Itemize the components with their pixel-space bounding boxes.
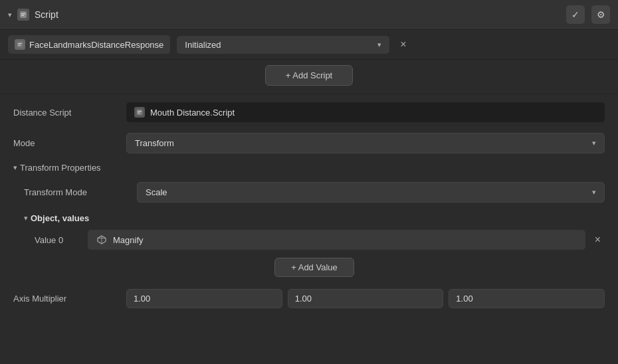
- cube-icon-svg: [96, 234, 107, 245]
- object-values-section: ▾ Object, values Value 0 Magnify: [0, 208, 618, 284]
- transform-mode-value-container: Scale ▾: [137, 182, 605, 203]
- svg-rect-0: [20, 11, 27, 18]
- distance-script-label: Distance Script: [13, 108, 126, 118]
- add-script-row: + Add Script: [0, 60, 618, 94]
- value-0-input-box[interactable]: Magnify: [88, 230, 585, 250]
- value-0-close-button[interactable]: ×: [591, 232, 605, 247]
- panel-header: ▾ Script ✓ ⚙: [0, 0, 618, 30]
- axis-x-input[interactable]: [126, 289, 282, 308]
- axis-inputs-container: [126, 289, 605, 308]
- script-badge-icon-svg: [17, 41, 23, 48]
- svg-rect-1: [21, 13, 25, 15]
- transform-properties-title: Transform Properties: [20, 163, 101, 173]
- axis-multiplier-row: Axis Multiplier: [0, 284, 618, 314]
- script-row: FaceLandmarksDistanceResponse Initialize…: [0, 30, 618, 60]
- mode-value-container: Transform ▾: [126, 133, 605, 153]
- axis-y-input[interactable]: [288, 289, 444, 308]
- script-small-icon: [15, 39, 25, 50]
- transform-mode-value-text: Scale: [146, 187, 592, 197]
- object-values-title: Object, values: [31, 213, 89, 223]
- distance-script-value-container: Mouth Distance.Script: [126, 102, 605, 122]
- distance-script-value-text: Mouth Distance.Script: [150, 108, 235, 118]
- script-close-button[interactable]: ×: [396, 37, 410, 52]
- script-panel: ▾ Script ✓ ⚙: [0, 0, 618, 316]
- distance-script-value-box[interactable]: Mouth Distance.Script: [126, 102, 605, 122]
- status-chevron-icon: ▾: [377, 41, 381, 49]
- svg-rect-6: [137, 110, 143, 116]
- svg-rect-8: [138, 113, 140, 114]
- distance-script-icon-svg: [136, 109, 143, 116]
- transform-properties-collapse-icon[interactable]: ▾: [13, 163, 17, 172]
- distance-script-value-icon: [134, 107, 145, 118]
- script-icon-svg: [19, 11, 27, 19]
- svg-rect-7: [138, 111, 142, 112]
- mode-chevron-icon: ▾: [592, 139, 596, 147]
- script-header-icon: [17, 9, 29, 21]
- object-values-header: ▾ Object, values: [24, 211, 605, 226]
- mode-value-text: Transform: [135, 138, 592, 148]
- svg-rect-3: [17, 42, 23, 48]
- check-button[interactable]: ✓: [566, 5, 585, 24]
- axis-multiplier-label: Axis Multiplier: [13, 294, 126, 304]
- status-dropdown[interactable]: Initialized ▾: [177, 36, 389, 54]
- add-value-row: + Add Value: [24, 254, 605, 281]
- add-value-button[interactable]: + Add Value: [274, 258, 354, 277]
- transform-mode-chevron-icon: ▾: [592, 188, 596, 197]
- axis-z-input[interactable]: [449, 289, 605, 308]
- mode-row: Mode Transform ▾: [0, 128, 618, 159]
- collapse-icon[interactable]: ▾: [8, 11, 12, 19]
- properties-section: Distance Script Mouth Distance.Script Mo…: [0, 94, 618, 316]
- gear-icon: ⚙: [597, 9, 605, 20]
- object-values-collapse-icon[interactable]: ▾: [24, 214, 28, 223]
- svg-rect-5: [18, 45, 21, 46]
- mode-dropdown[interactable]: Transform ▾: [126, 133, 605, 153]
- script-name-text: FaceLandmarksDistanceResponse: [29, 40, 163, 50]
- transform-mode-dropdown[interactable]: Scale ▾: [137, 182, 605, 203]
- script-name-badge: FaceLandmarksDistanceResponse: [8, 35, 170, 54]
- mode-label: Mode: [13, 138, 126, 148]
- panel-title: Script: [35, 9, 566, 20]
- gear-button[interactable]: ⚙: [591, 5, 610, 24]
- cube-icon: [96, 234, 108, 246]
- add-script-button[interactable]: + Add Script: [265, 65, 353, 86]
- header-actions: ✓ ⚙: [566, 5, 610, 24]
- status-text: Initialized: [185, 40, 372, 50]
- add-script-label: + Add Script: [286, 70, 332, 80]
- transform-properties-header: ▾ Transform Properties: [0, 159, 618, 177]
- value-0-text: Magnify: [113, 235, 144, 245]
- value-0-row: Value 0 Magnify ×: [24, 226, 605, 254]
- check-icon: ✓: [571, 9, 579, 20]
- svg-rect-2: [21, 15, 24, 17]
- add-value-label: + Add Value: [291, 262, 338, 272]
- value-0-label: Value 0: [35, 235, 88, 245]
- svg-rect-4: [18, 43, 22, 44]
- transform-mode-row: Transform Mode Scale ▾: [0, 177, 618, 208]
- transform-mode-label: Transform Mode: [24, 187, 137, 197]
- distance-script-row: Distance Script Mouth Distance.Script: [0, 97, 618, 128]
